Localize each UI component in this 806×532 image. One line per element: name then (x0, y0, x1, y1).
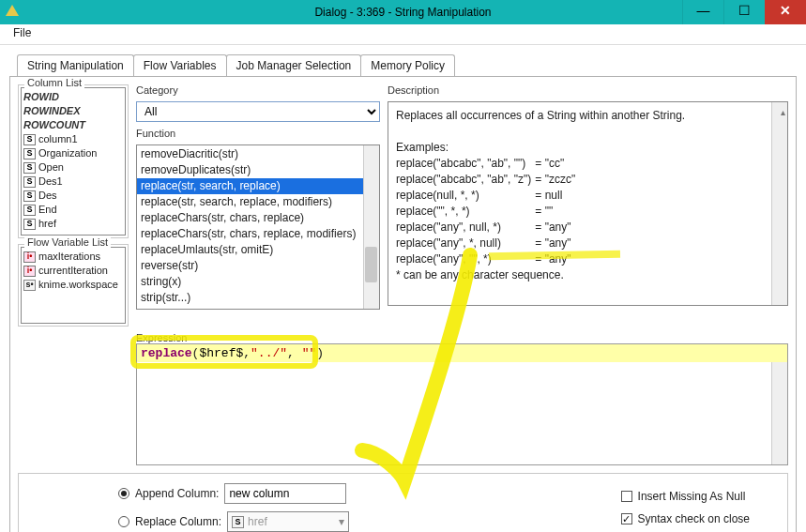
insert-missing-checkbox[interactable] (621, 491, 632, 502)
column-item[interactable]: Shref (23, 217, 123, 231)
function-item[interactable]: strip(str...) (137, 290, 379, 306)
tab-flow-variables[interactable]: Flow Variables (133, 54, 227, 76)
description-note: * can be any character sequence. (396, 267, 780, 283)
expression-scrollbar[interactable] (771, 344, 787, 464)
chevron-down-icon: ▾ (339, 515, 344, 528)
column-item[interactable]: SOpen (23, 160, 123, 175)
column-list-legend: Column List (24, 77, 84, 88)
output-options: Append Column: Replace Column: S href ▾ … (18, 473, 788, 532)
tab-strip: String Manipulation Flow Variables Job M… (17, 54, 797, 76)
tab-string-manipulation[interactable]: String Manipulation (17, 54, 134, 76)
string-type-icon: S (23, 162, 36, 174)
column-item[interactable]: SOrganization (23, 146, 123, 160)
scroll-up-icon[interactable]: ▴ (781, 104, 785, 120)
column-list[interactable]: ROWID ROWINDEX ROWCOUNT Scolumn1 SOrgani… (21, 87, 126, 236)
tab-job-manager[interactable]: Job Manager Selection (226, 54, 362, 76)
function-item[interactable]: reverse(str) (137, 258, 379, 274)
category-select[interactable]: All (136, 101, 380, 122)
tab-panel: Column List ROWID ROWINDEX ROWCOUNT Scol… (9, 76, 797, 532)
tab-memory-policy[interactable]: Memory Policy (360, 54, 455, 76)
function-item[interactable]: removeDuplicates(str) (137, 162, 379, 178)
function-item[interactable]: replace(str, search, replace, modifiers) (137, 194, 379, 210)
append-column-label: Append Column: (135, 487, 219, 500)
replace-column-radio[interactable] (118, 516, 129, 527)
string-type-icon: S (23, 134, 36, 145)
replace-column-label: Replace Column: (135, 515, 221, 528)
flow-var-item[interactable]: i•currentIteration (23, 264, 123, 278)
flow-variable-panel: Flow Variable List i•maxIterations i•cur… (18, 244, 129, 327)
string-type-icon: S (23, 176, 36, 188)
function-list[interactable]: removeDiacritic(str) removeDuplicates(st… (136, 144, 380, 310)
window-title: Dialog - 3:369 - String Manipulation (314, 6, 491, 19)
description-examples: replace("abcabc", "ab", "")= "cc" replac… (396, 156, 579, 267)
category-label: Category (136, 84, 380, 96)
column-item[interactable]: SDes (23, 189, 123, 203)
window-minimize-button[interactable]: — (682, 0, 723, 24)
column-list-panel: Column List ROWID ROWINDEX ROWCOUNT Scol… (18, 84, 129, 238)
function-scrollbar[interactable] (363, 145, 379, 309)
title-bar: Dialog - 3:369 - String Manipulation — ☐… (0, 0, 806, 24)
description-intro: Replaces all occurrences of a String wit… (396, 108, 780, 124)
insert-missing-label: Insert Missing As Null (638, 490, 746, 503)
description-box: Replaces all occurrences of a String wit… (388, 101, 788, 306)
append-column-input[interactable] (224, 483, 346, 504)
string-type-icon: S (23, 219, 36, 230)
window-close-button[interactable]: ✕ (765, 0, 806, 24)
description-examples-label: Examples: (396, 140, 780, 156)
scrollbar-thumb[interactable] (365, 247, 377, 282)
function-item[interactable]: stripEnd(str...) (137, 306, 379, 310)
append-column-radio[interactable] (118, 488, 129, 499)
flow-var-item[interactable]: s•knime.workspace (23, 278, 123, 292)
replace-column-combo: S href ▾ (227, 511, 349, 532)
expression-line[interactable]: replace($href$,"../", "") (137, 344, 787, 362)
flow-variable-legend: Flow Variable List (24, 236, 111, 248)
description-label: Description (388, 84, 788, 96)
string-type-icon: s• (23, 280, 36, 291)
window-maximize-button[interactable]: ☐ (723, 0, 765, 24)
string-type-icon: S (23, 190, 36, 202)
int-type-icon: i• (23, 251, 36, 263)
syntax-check-label: Syntax check on close (638, 512, 750, 525)
function-item-selected[interactable]: replace(str, search, replace) (137, 178, 379, 194)
column-rowindex[interactable]: ROWINDEX (23, 104, 123, 118)
function-item[interactable]: removeDiacritic(str) (137, 146, 379, 162)
menu-bar: File (0, 24, 806, 45)
function-item[interactable]: replaceChars(str, chars, replace, modifi… (137, 226, 379, 242)
column-item[interactable]: Scolumn1 (23, 132, 123, 146)
menu-file[interactable]: File (8, 24, 37, 41)
app-icon (6, 5, 19, 16)
int-type-icon: i• (23, 266, 36, 277)
function-item[interactable]: replaceUmlauts(str, omitE) (137, 242, 379, 258)
string-type-icon: S (23, 205, 36, 216)
function-item[interactable]: string(x) (137, 274, 379, 290)
expression-label: Expression (136, 332, 788, 343)
expression-editor[interactable]: replace($href$,"../", "") (136, 343, 788, 465)
column-item[interactable]: SEnd (23, 203, 123, 217)
column-rowcount[interactable]: ROWCOUNT (23, 118, 123, 132)
syntax-check-checkbox[interactable] (621, 513, 632, 524)
description-scrollbar[interactable] (771, 102, 787, 305)
flow-variable-list[interactable]: i•maxIterations i•currentIteration s•kni… (21, 247, 126, 324)
flow-var-item[interactable]: i•maxIterations (23, 250, 123, 264)
function-item[interactable]: replaceChars(str, chars, replace) (137, 210, 379, 226)
function-label: Function (136, 128, 380, 139)
column-item[interactable]: SDes1 (23, 175, 123, 189)
string-type-icon: S (232, 516, 244, 528)
column-rowid[interactable]: ROWID (23, 90, 123, 104)
string-type-icon: S (23, 148, 36, 160)
